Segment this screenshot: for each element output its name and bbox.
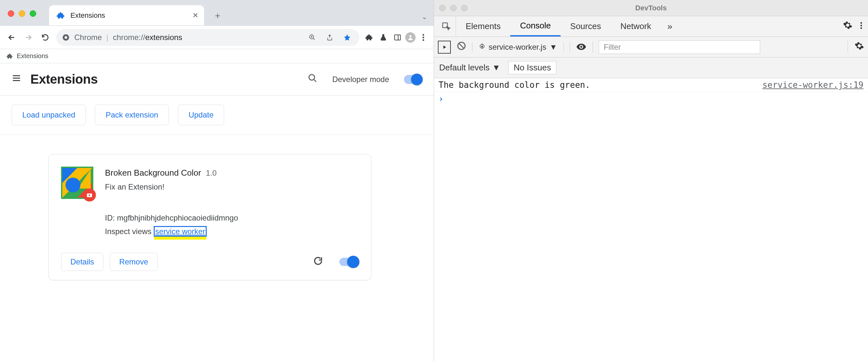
gear-icon <box>479 42 485 52</box>
extension-info: Broken Background Color 1.0 Fix an Exten… <box>105 167 359 237</box>
console-output: The background color is green. service-w… <box>434 78 868 361</box>
clear-console-icon[interactable] <box>457 41 466 53</box>
bookmarks-bar: Extensions <box>0 49 434 63</box>
console-toolbar: service-worker.js ▼ <box>434 37 868 58</box>
dropdown-icon: ▼ <box>550 42 557 52</box>
forward-button[interactable] <box>21 30 36 45</box>
update-button[interactable]: Update <box>178 104 224 125</box>
browser-tab[interactable]: Extensions ✕ <box>49 5 204 26</box>
zoom-icon[interactable] <box>306 31 319 44</box>
extensions-list: Broken Background Color 1.0 Fix an Exten… <box>0 134 434 361</box>
tab-network[interactable]: Network <box>611 16 661 36</box>
extension-version: 1.0 <box>206 169 216 177</box>
issues-button[interactable]: No Issues <box>508 61 557 74</box>
console-prompt[interactable]: › <box>434 92 868 106</box>
labs-icon[interactable] <box>377 31 390 44</box>
bookmark-star-icon[interactable] <box>341 31 353 44</box>
tab-elements[interactable]: Elements <box>456 16 510 36</box>
browser-toolbar: Chrome | chrome://extensions <box>0 26 434 49</box>
execution-context-selector[interactable]: service-worker.js ▼ <box>472 42 564 52</box>
svg-rect-3 <box>395 35 400 40</box>
developer-mode-toggle[interactable] <box>404 75 422 84</box>
menu-kebab-icon[interactable] <box>860 21 862 32</box>
extension-icon <box>61 167 93 199</box>
error-badge-icon <box>83 188 96 202</box>
chrome-window: Extensions ✕ ＋ ⌄ Chrome | chrome://exten… <box>0 0 434 361</box>
log-message: The background color is green. <box>438 80 763 90</box>
omnibox-scheme-label: Chrome <box>74 33 102 42</box>
maximize-window-icon[interactable] <box>30 10 36 17</box>
bookmark-item[interactable]: Extensions <box>17 52 49 60</box>
extension-name: Broken Background Color <box>105 168 201 178</box>
filter-field[interactable] <box>599 40 760 54</box>
close-window-icon[interactable] <box>8 10 14 17</box>
pack-extension-button[interactable]: Pack extension <box>95 104 169 125</box>
svg-point-17 <box>580 46 582 48</box>
omnibox-url-scheme: chrome:// <box>113 33 145 42</box>
chrome-icon <box>62 34 70 41</box>
tab-console[interactable]: Console <box>510 16 560 36</box>
share-icon[interactable] <box>323 31 336 44</box>
devtools-title: DevTools <box>434 4 868 12</box>
svg-point-6 <box>423 36 424 38</box>
reload-extension-icon[interactable] <box>313 256 323 268</box>
new-tab-button[interactable]: ＋ <box>210 8 225 23</box>
svg-point-8 <box>309 74 315 81</box>
svg-point-16 <box>482 46 483 47</box>
menu-kebab-icon[interactable] <box>417 31 430 44</box>
tab-overflow-icon[interactable]: ⌄ <box>422 13 427 21</box>
side-panel-icon[interactable] <box>391 31 404 44</box>
load-unpacked-button[interactable]: Load unpacked <box>11 104 86 125</box>
svg-point-1 <box>65 36 67 39</box>
tab-strip: Extensions ✕ ＋ ⌄ <box>0 0 434 26</box>
console-log-row: The background color is green. service-w… <box>434 78 868 92</box>
element-picker-icon[interactable] <box>437 16 456 36</box>
extensions-toolbar-icon[interactable] <box>363 31 376 44</box>
tab-title: Extensions <box>70 11 192 20</box>
svg-point-10 <box>89 194 90 196</box>
hamburger-icon[interactable] <box>11 73 21 85</box>
tab-overflow-icon[interactable]: » <box>661 16 679 36</box>
omnibox-divider: | <box>106 33 108 42</box>
toggle-sidebar-icon[interactable] <box>438 41 451 54</box>
svg-point-4 <box>409 35 412 37</box>
log-source-link[interactable]: service-worker.js:19 <box>763 80 864 90</box>
address-bar[interactable]: Chrome | chrome://extensions <box>56 29 360 46</box>
extension-enable-toggle[interactable] <box>339 258 359 266</box>
svg-point-14 <box>861 27 862 29</box>
extensions-header: Extensions Developer mode <box>0 63 434 96</box>
close-tab-icon[interactable]: ✕ <box>192 11 198 20</box>
details-button[interactable]: Details <box>61 253 103 271</box>
page-title: Extensions <box>30 72 299 87</box>
inspect-views-label: Inspect views <box>105 227 151 236</box>
svg-point-12 <box>861 22 862 24</box>
minimize-window-icon[interactable] <box>19 10 25 17</box>
filter-input[interactable] <box>599 40 760 54</box>
puzzle-piece-icon <box>56 11 65 20</box>
service-worker-link[interactable]: service worker <box>154 226 207 237</box>
svg-point-7 <box>423 39 424 41</box>
remove-button[interactable]: Remove <box>110 253 157 271</box>
devtools-window: DevTools Elements Console Sources Networ… <box>434 0 868 361</box>
svg-point-5 <box>423 34 424 35</box>
extension-id-value: mgfbhjnibhjdehcphiocaoiediidmngo <box>117 213 238 222</box>
settings-gear-icon[interactable] <box>843 20 852 32</box>
levels-label: Default levels <box>439 63 490 73</box>
extension-description: Fix an Extension! <box>105 181 359 193</box>
devtools-tab-bar: Elements Console Sources Network » <box>434 16 868 37</box>
reload-button[interactable] <box>37 30 53 45</box>
log-levels-selector[interactable]: Default levels ▼ <box>439 63 500 73</box>
extensions-action-bar: Load unpacked Pack extension Update <box>0 96 434 134</box>
developer-mode-label: Developer mode <box>332 75 389 84</box>
omnibox-url-path: extensions <box>145 33 182 42</box>
window-controls <box>0 10 36 26</box>
puzzle-piece-icon <box>6 53 13 59</box>
console-settings-icon[interactable] <box>848 41 864 53</box>
context-name: service-worker.js <box>489 42 547 52</box>
profile-avatar[interactable] <box>405 32 415 42</box>
extension-card: Broken Background Color 1.0 Fix an Exten… <box>49 154 371 280</box>
live-expression-icon[interactable] <box>569 42 593 53</box>
tab-sources[interactable]: Sources <box>561 16 611 36</box>
search-icon[interactable] <box>308 73 317 85</box>
back-button[interactable] <box>4 30 20 45</box>
